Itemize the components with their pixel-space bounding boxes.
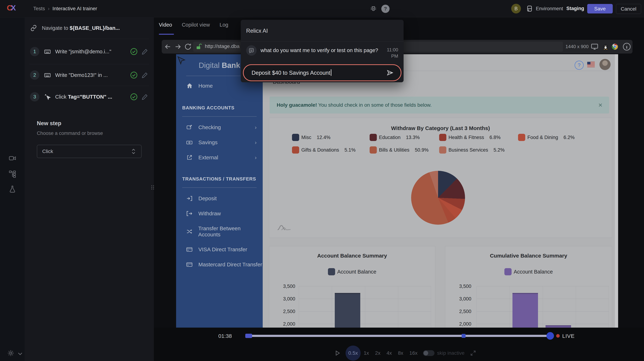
speed-0-5x[interactable]: 0.5x xyxy=(346,346,361,361)
divider xyxy=(241,41,404,41)
app-root: C X Tests › Interactive AI trainer ? B E… xyxy=(0,0,644,361)
speed-1x[interactable]: 1x xyxy=(364,350,369,356)
timeline-thumb[interactable] xyxy=(546,332,554,340)
legend-item: Education13.3% xyxy=(370,134,439,141)
y-axis-label: 2,500 xyxy=(276,309,295,314)
step-arg: "Demo123!" in ... xyxy=(69,72,108,78)
edit-pencil-icon[interactable] xyxy=(141,71,148,79)
legend-swatch xyxy=(370,134,377,141)
skip-inactive-toggle[interactable] xyxy=(423,350,434,356)
bank-nav-visa[interactable]: VISA Direct Transfer xyxy=(186,246,263,253)
y-axis-label: 3,000 xyxy=(452,296,471,302)
play-icon[interactable] xyxy=(334,350,341,357)
browser-reload-icon[interactable] xyxy=(184,43,192,51)
link-icon xyxy=(30,24,37,32)
breadcrumb-tests[interactable]: Tests xyxy=(33,6,45,11)
browser-back-icon[interactable] xyxy=(164,43,172,51)
tab-copilot-view[interactable]: Copilot view xyxy=(182,22,210,28)
chat-bubble-icon xyxy=(246,45,256,56)
bar-3230[interactable] xyxy=(335,293,360,328)
ai-prompt-input[interactable]: Deposit $40 to Savings Account xyxy=(243,64,402,81)
settings-gear-icon[interactable] xyxy=(6,349,15,358)
timeline-event-marker[interactable] xyxy=(462,334,466,338)
cancel-button[interactable]: Cancel xyxy=(616,4,641,14)
bank-help-icon[interactable]: ? xyxy=(575,61,584,70)
tab-log[interactable]: Log xyxy=(220,22,228,28)
steps-sidebar: Navigate to ${BASE_URL}/ban... 1 Write "… xyxy=(24,17,154,361)
fullscreen-icon[interactable] xyxy=(470,350,476,356)
bank-nav-mastercard[interactable]: Mastercard Direct Transfer xyxy=(186,261,263,268)
savings-icon xyxy=(186,139,192,146)
bank-nav-checking[interactable]: Checking › xyxy=(186,124,256,131)
click-cursor-icon xyxy=(44,93,51,101)
ai-message-time-hour: 11:00 xyxy=(387,47,398,52)
step-action: Write xyxy=(55,72,69,78)
home-icon xyxy=(186,82,193,89)
speed-2x[interactable]: 2x xyxy=(375,350,380,356)
us-flag-icon[interactable] xyxy=(587,62,595,67)
alert-text: You should check in on some of those fie… xyxy=(317,102,432,108)
save-button[interactable]: Save xyxy=(587,4,613,13)
bank-nav-withdraw[interactable]: Withdraw xyxy=(186,210,263,217)
padlock-open-icon xyxy=(195,43,202,50)
help-icon[interactable]: ? xyxy=(381,5,390,13)
environment-value[interactable]: Staging xyxy=(566,6,584,11)
y-axis-label: 3,500 xyxy=(452,284,471,289)
bank-nav-transfer-label: Transfer Between Accounts xyxy=(198,225,263,238)
speed-4x[interactable]: 4x xyxy=(386,350,392,356)
checking-icon xyxy=(186,124,192,131)
withdraw-category-pie[interactable] xyxy=(411,171,465,225)
pie-legend-row-1: Misc12.4% Education13.3% Health & Fitnes… xyxy=(292,134,598,141)
browser-forward-icon[interactable] xyxy=(174,43,182,51)
bank-user-avatar[interactable] xyxy=(600,59,610,70)
speed-8x[interactable]: 8x xyxy=(398,350,404,356)
chevron-down-icon[interactable] xyxy=(16,350,24,358)
bank-nav-savings[interactable]: Savings › xyxy=(186,139,256,146)
tab-video[interactable]: Video xyxy=(159,22,172,28)
step-number: 1 xyxy=(30,47,39,56)
timeline-track[interactable] xyxy=(245,335,553,337)
speed-16x[interactable]: 16x xyxy=(409,350,418,356)
live-label: LIVE xyxy=(562,333,575,339)
legend-item: Misc12.4% xyxy=(292,134,370,141)
edit-pencil-icon[interactable] xyxy=(141,93,148,100)
bug-icon[interactable] xyxy=(370,5,377,12)
breadcrumb-separator: › xyxy=(48,6,50,11)
step-arg: "jsmith@demo.i..." xyxy=(69,49,111,54)
sparkline-icon[interactable] xyxy=(277,223,291,232)
bank-nav-transfer-between[interactable]: Transfer Between Accounts xyxy=(186,225,263,238)
divider xyxy=(182,116,256,117)
bank-nav-deposit[interactable]: Deposit xyxy=(186,195,263,202)
legend-swatch xyxy=(370,146,377,154)
edit-pencil-icon[interactable] xyxy=(141,48,148,55)
bar-1940[interactable] xyxy=(546,325,571,328)
send-icon[interactable] xyxy=(386,69,394,76)
app-logo[interactable]: C X xyxy=(7,3,16,12)
flask-icon[interactable] xyxy=(8,185,16,193)
alert-close-icon[interactable]: ✕ xyxy=(598,102,603,108)
chevron-right-icon: › xyxy=(255,139,256,145)
monitor-icon[interactable] xyxy=(590,42,599,51)
flow-tree-icon[interactable] xyxy=(8,170,16,178)
bank-nav-home[interactable]: Home xyxy=(186,82,263,89)
bar-3230[interactable] xyxy=(512,293,538,328)
step-row-1[interactable]: 1 Write "jsmith@demo.i..." xyxy=(24,39,154,64)
new-step-title: New step xyxy=(37,120,142,127)
y-axis-label: 3,500 xyxy=(276,284,295,289)
legend-swatch xyxy=(292,134,299,141)
info-icon[interactable] xyxy=(622,42,632,51)
step-row-3[interactable]: 3 Click Tag="BUTTON" ... xyxy=(24,86,154,108)
panel-drag-handle[interactable] xyxy=(151,185,153,192)
live-dot xyxy=(556,334,560,338)
bank-nav-savings-label: Savings xyxy=(198,139,218,145)
navigate-step[interactable]: Navigate to ${BASE_URL}/ban... xyxy=(24,17,154,39)
video-camera-icon[interactable] xyxy=(8,154,16,162)
page-scrollbar[interactable] xyxy=(615,54,618,328)
account-balance-card: Account Balance Summary Account Balance … xyxy=(269,246,435,328)
legend-swatch xyxy=(328,268,335,275)
user-avatar[interactable]: B xyxy=(511,4,521,13)
step-row-2[interactable]: 2 Write "Demo123!" in ... xyxy=(24,64,154,86)
command-select[interactable]: Click xyxy=(37,145,142,158)
check-circle-icon xyxy=(130,47,138,56)
bank-nav-external[interactable]: External › xyxy=(186,154,256,161)
